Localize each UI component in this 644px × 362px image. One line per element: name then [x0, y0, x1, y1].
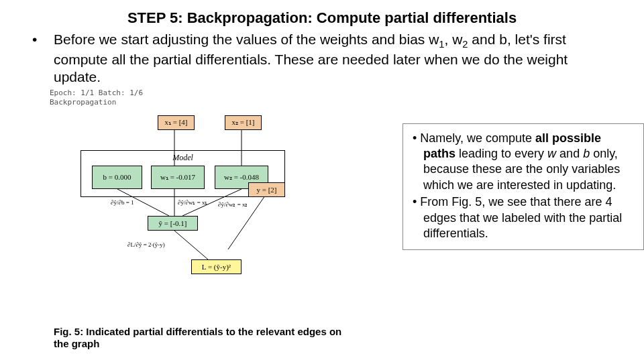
intro-paragraph: •Before we start adjusting the values of… — [0, 27, 644, 86]
edge-label-dw2: ∂ŷ/∂w₂ = x₂ — [218, 201, 248, 208]
svg-line-6 — [174, 231, 208, 259]
side-bullet-2: From Fig. 5, we see that there are 4 edg… — [413, 194, 637, 241]
edge-label-dL: ∂L/∂ŷ = 2·(ŷ-y) — [127, 241, 165, 248]
node-y: y = [2] — [248, 182, 285, 197]
intro-text-2: , w — [445, 32, 463, 47]
side-bullet-1: Namely, we compute all possible paths le… — [413, 131, 637, 194]
node-loss: L = (ŷ-y)² — [191, 259, 241, 274]
node-b: b = 0.000 — [92, 166, 142, 189]
terminal-output: Epoch: 1/1 Batch: 1/6 Backpropagation — [0, 86, 644, 107]
slide-title: STEP 5: Backpropagation: Compute partial… — [0, 0, 644, 27]
edge-label-dw1: ∂ŷ/∂w₁ = x₁ — [178, 199, 207, 206]
graph-diagram: Model x₁ = [4] x₂ = [1] b = 0.000 w₁ = -… — [40, 109, 389, 296]
node-w1: w₁ = -0.017 — [151, 166, 205, 189]
terminal-line-2: Backpropagation — [50, 98, 644, 107]
node-x1: x₁ = [4] — [158, 115, 195, 130]
model-label: Model — [81, 153, 284, 163]
figure-caption: Fig. 5: Indicated partial differentials … — [54, 326, 342, 350]
node-yhat: ŷ = [-0.1] — [148, 216, 198, 231]
node-x2: x₂ = [1] — [225, 115, 262, 130]
intro-text-1: Before we start adjusting the values of … — [54, 32, 439, 47]
terminal-line-1: Epoch: 1/1 Batch: 1/6 — [50, 88, 644, 98]
side-notes-box: Namely, we compute all possible paths le… — [402, 123, 644, 251]
edge-label-db: ∂ŷ/∂b = 1 — [111, 199, 133, 206]
